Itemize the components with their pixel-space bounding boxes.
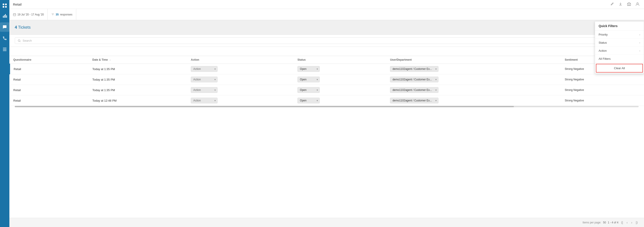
- cell-user-dept: demo1102agent / Customer Ex...: [386, 74, 561, 85]
- chevron-right-icon: ›: [639, 33, 640, 36]
- action-select[interactable]: Action: [191, 77, 218, 82]
- user-dept-select[interactable]: demo1102agent / Customer Ex...: [390, 77, 438, 82]
- svg-rect-7: [6, 16, 7, 18]
- scrollbar-thumb[interactable]: [15, 106, 514, 107]
- svg-rect-2: [3, 6, 4, 8]
- user-dept-select[interactable]: demo1102agent / Customer Ex...: [390, 98, 438, 103]
- sidebar-icon-phone[interactable]: [0, 34, 10, 43]
- status-select-wrapper: Open: [298, 98, 320, 103]
- cell-questionnaire: Retail: [10, 85, 89, 95]
- search-box: [15, 37, 639, 44]
- main-content: Retail 19 Jul '20 - 17 Aug '20: [10, 0, 644, 227]
- svg-rect-9: [3, 49, 6, 50]
- horizontal-scrollbar[interactable]: [15, 106, 639, 107]
- action-select[interactable]: Action: [191, 87, 218, 93]
- qf-item-action[interactable]: Action ›: [595, 47, 644, 55]
- svg-rect-6: [5, 14, 6, 18]
- cell-sentiment: Strong Negative: [561, 95, 644, 106]
- quick-filters-header: Quick Filters: [595, 22, 644, 31]
- status-select[interactable]: Open: [298, 98, 320, 103]
- responses-filter[interactable]: 35 responses: [48, 9, 76, 20]
- qf-item-label: Priority: [598, 33, 608, 36]
- table-row: Retail Today at 1:35 PM Action Open: [10, 74, 644, 85]
- cell-questionnaire: Retail: [10, 64, 89, 74]
- status-select[interactable]: Open: [298, 66, 320, 72]
- clear-all-button[interactable]: Clear All: [596, 64, 643, 73]
- cell-questionnaire: Retail: [10, 95, 89, 106]
- svg-rect-5: [4, 15, 5, 18]
- qf-item-all-filters[interactable]: All Filters: [595, 55, 644, 63]
- cell-action: Action: [187, 85, 294, 95]
- status-select[interactable]: Open: [298, 87, 320, 93]
- cell-status: Open: [294, 64, 386, 74]
- bottom-pagination-range: 1 - 4 of 4: [608, 221, 618, 224]
- user-select-wrapper: demo1102agent / Customer Ex...: [390, 98, 438, 103]
- cell-sentiment: Strong Negative: [561, 85, 644, 95]
- cell-status: Open: [294, 85, 386, 95]
- search-input[interactable]: [22, 39, 636, 42]
- filter-icon: [51, 13, 54, 16]
- cell-status: Open: [294, 95, 386, 106]
- user-dept-select[interactable]: demo1102agent / Customer Ex...: [390, 87, 438, 93]
- action-select[interactable]: Action: [191, 98, 218, 103]
- qf-item-label: Status: [598, 41, 607, 44]
- user-select-wrapper: demo1102agent / Customer Ex...: [390, 77, 438, 82]
- last-page-btn[interactable]: |⟩: [635, 220, 639, 225]
- qf-item-status[interactable]: Status ›: [595, 39, 644, 47]
- user-select-wrapper: demo1102agent / Customer Ex...: [390, 66, 438, 72]
- page-title: Retail: [13, 3, 22, 6]
- action-select[interactable]: Action: [191, 66, 218, 72]
- action-select-wrapper: Action: [191, 87, 218, 93]
- user-dept-select[interactable]: demo1102agent / Customer Ex...: [390, 66, 438, 72]
- status-select-wrapper: Open: [298, 77, 320, 82]
- sidebar-icon-table[interactable]: [0, 45, 10, 54]
- sidebar-icon-chat[interactable]: [0, 22, 10, 32]
- responses-label: responses: [60, 13, 72, 16]
- status-select[interactable]: Open: [298, 77, 320, 82]
- svg-rect-4: [3, 16, 4, 18]
- building-button[interactable]: [626, 1, 632, 8]
- tickets-title: 4 Tickets: [15, 25, 31, 30]
- sidebar-icon-apps[interactable]: [0, 2, 10, 11]
- sort-icon: ↓: [109, 58, 111, 61]
- bottom-items-per-page-value: 50: [603, 221, 606, 224]
- bottom-items-per-page-label: Items per page:: [582, 221, 601, 224]
- svg-point-12: [636, 3, 638, 4]
- edit-button[interactable]: [609, 1, 615, 8]
- next-page-btn[interactable]: ›: [630, 220, 633, 225]
- sidebar-icon-reports[interactable]: [0, 11, 10, 21]
- quick-filter-items: Priority › Status › Action › All Filters: [595, 31, 644, 63]
- date-range: 19 Jul '20 - 17 Aug '20: [18, 13, 44, 16]
- cell-action: Action: [187, 95, 294, 106]
- col-datetime: Date & Time ↓: [89, 56, 187, 64]
- table-row: Retail Today at 1:35 PM Action Open: [10, 64, 644, 74]
- download-button[interactable]: [618, 1, 624, 8]
- tickets-count: 4: [15, 25, 17, 30]
- prev-page-btn[interactable]: ‹: [626, 220, 628, 225]
- tickets-header: 4 Tickets 1: [10, 20, 644, 35]
- date-filter[interactable]: 19 Jul '20 - 17 Aug '20: [13, 9, 48, 20]
- qf-item-label: All Filters: [598, 57, 610, 61]
- responses-count: 35: [56, 13, 58, 16]
- col-questionnaire: Questionnaire: [10, 56, 89, 64]
- cell-datetime: Today at 12:48 PM: [89, 95, 187, 106]
- cell-datetime: Today at 1:35 PM: [89, 85, 187, 95]
- tickets-table: Questionnaire Date & Time ↓ Action Statu…: [10, 56, 644, 106]
- user-button[interactable]: [634, 1, 640, 8]
- cell-action: Action: [187, 64, 294, 74]
- svg-point-21: [18, 40, 20, 41]
- chevron-right-icon: ›: [639, 49, 640, 52]
- filterbar: 19 Jul '20 - 17 Aug '20 35 responses: [10, 9, 644, 20]
- topbar-actions: [609, 1, 640, 8]
- col-user-dept: User/Department: [386, 56, 561, 64]
- topbar: Retail: [10, 0, 644, 9]
- cell-datetime: Today at 1:35 PM: [89, 64, 187, 74]
- svg-rect-0: [3, 4, 4, 5]
- top-pagination: Items per page: 50 1 - 4 of 4 ⟨|: [10, 47, 644, 56]
- quick-filter-panel: Quick Filters Priority › Status › Action…: [595, 21, 644, 74]
- first-page-btn[interactable]: ⟨|: [620, 220, 624, 225]
- cell-action: Action: [187, 74, 294, 85]
- svg-rect-10: [3, 50, 6, 51]
- table-row: Retail Today at 12:48 PM Action Open: [10, 95, 644, 106]
- qf-item-priority[interactable]: Priority ›: [595, 31, 644, 39]
